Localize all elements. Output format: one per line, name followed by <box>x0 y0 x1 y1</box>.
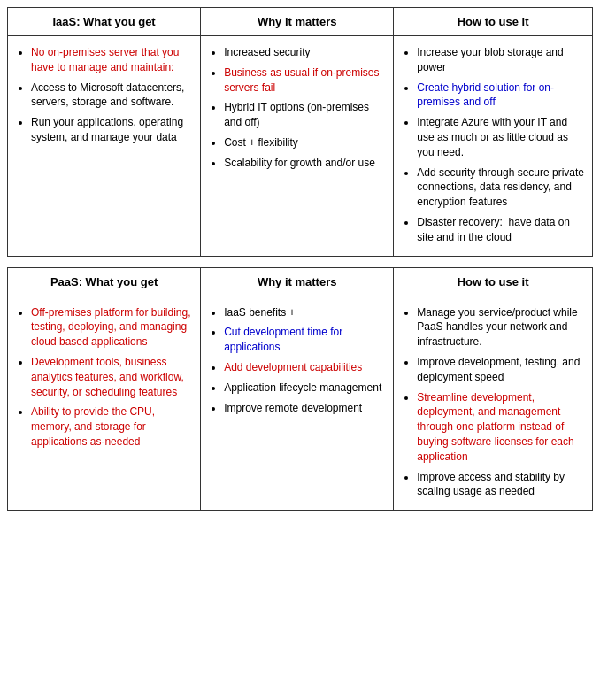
list-item: Increase your blob storage and power <box>417 45 585 75</box>
list-item: Cut development time for applications <box>224 325 386 355</box>
paas-col1-cell: Off-premises platform for building, test… <box>8 296 201 511</box>
iaas-header-col1: IaaS: What you get <box>8 8 201 36</box>
list-item: Off-premises platform for building, test… <box>31 305 193 350</box>
paas-table: PaaS: What you get Why it matters How to… <box>7 267 593 512</box>
list-item: Application lifecycle management <box>224 381 386 396</box>
paas-col3-cell: Manage you service/product while PaaS ha… <box>394 296 593 511</box>
list-item: Ability to provide the CPU, memory, and … <box>31 404 193 449</box>
paas-col3-list: Manage you service/product while PaaS ha… <box>401 305 585 500</box>
iaas-header-col3: How to use it <box>394 8 593 36</box>
list-item: Improve remote development <box>224 401 386 416</box>
iaas-col2-list: Increased security Business as usual if … <box>208 45 386 171</box>
list-item: Hybrid IT options (on-premises and off) <box>224 100 386 130</box>
paas-header-col1: PaaS: What you get <box>8 267 201 296</box>
paas-col2-list: IaaS benefits + Cut development time for… <box>208 305 386 416</box>
paas-header-col3: How to use it <box>394 267 593 296</box>
list-item: IaaS benefits + <box>224 305 386 320</box>
list-item: Manage you service/product while PaaS ha… <box>417 305 585 350</box>
paas-header-col2: Why it matters <box>201 267 394 296</box>
iaas-col3-cell: Increase your blob storage and power Cre… <box>394 36 593 257</box>
list-item: Scalability for growth and/or use <box>224 156 386 171</box>
list-item: Cost + flexibility <box>224 135 386 150</box>
paas-col1-list: Off-premises platform for building, test… <box>15 305 193 450</box>
list-item: Development tools, business analytics fe… <box>31 355 193 399</box>
list-item: Integrate Azure with your IT and use as … <box>417 115 585 159</box>
iaas-table: IaaS: What you get Why it matters How to… <box>7 7 593 257</box>
list-item: Add security through secure private conn… <box>417 165 585 210</box>
list-item: Streamline development, deployment, and … <box>417 390 585 465</box>
list-item: Business as usual if on-premises servers… <box>224 65 386 96</box>
iaas-col1-list: No on-premises server that you have to m… <box>15 45 193 145</box>
list-item: Create hybrid solution for on-premises a… <box>417 81 585 111</box>
iaas-col1-cell: No on-premises server that you have to m… <box>8 36 201 257</box>
list-item: Improve development, testing, and deploy… <box>417 355 585 385</box>
list-item: Increased security <box>224 45 386 60</box>
list-item: Access to Microsoft datacenters, servers… <box>31 81 193 111</box>
list-item: Add development capabilities <box>224 360 386 375</box>
list-item: Disaster recovery: have data on site and… <box>417 215 585 245</box>
iaas-col3-list: Increase your blob storage and power Cre… <box>401 45 585 245</box>
iaas-header-col2: Why it matters <box>201 8 394 36</box>
iaas-col2-cell: Increased security Business as usual if … <box>201 36 394 257</box>
list-item: No on-premises server that you have to m… <box>31 45 193 75</box>
list-item: Improve access and stability by scaling … <box>417 470 585 500</box>
paas-col2-cell: IaaS benefits + Cut development time for… <box>201 296 394 511</box>
list-item: Run your applications, operating system,… <box>31 115 193 145</box>
